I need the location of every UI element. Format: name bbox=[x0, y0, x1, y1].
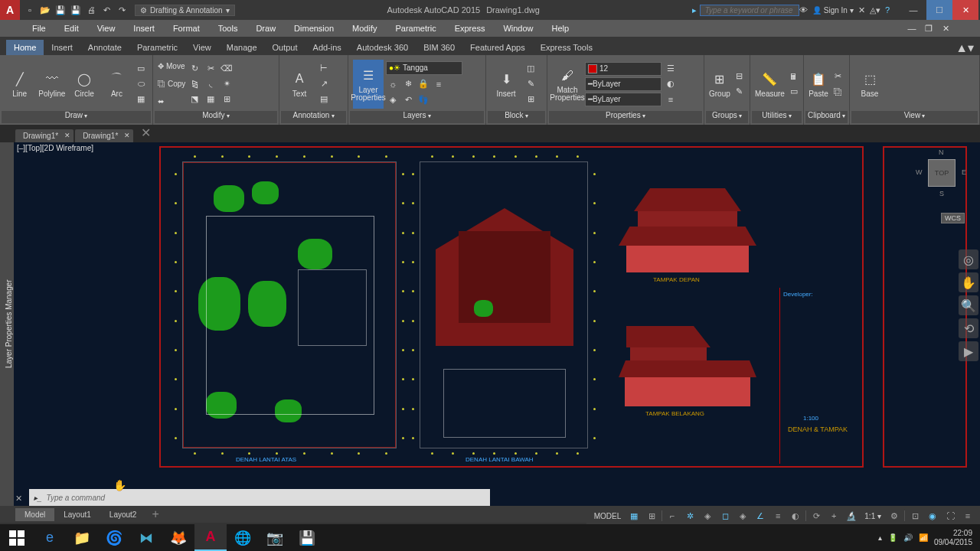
table-icon[interactable]: ▤ bbox=[317, 93, 331, 106]
dimension-icon[interactable]: ⊢ bbox=[317, 62, 331, 76]
move-button[interactable]: ✥Move bbox=[158, 59, 185, 74]
menu-draw[interactable]: Draw bbox=[247, 21, 285, 35]
color-dropdown[interactable]: 12 bbox=[585, 62, 662, 76]
erase-icon[interactable]: ⌫ bbox=[220, 62, 234, 76]
annomonitor-icon[interactable]: + bbox=[826, 509, 841, 523]
mirror-icon[interactable]: ⧎ bbox=[188, 77, 201, 91]
ortho-icon[interactable]: ⌐ bbox=[665, 509, 680, 523]
insert-block-button[interactable]: ⬇Insert bbox=[491, 60, 521, 109]
tab-parametric[interactable]: Parametric bbox=[129, 40, 185, 55]
layer-match-icon[interactable]: ≡ bbox=[432, 77, 446, 91]
ellipse-icon[interactable]: ⬭ bbox=[134, 77, 148, 91]
menu-modify[interactable]: Modify bbox=[343, 21, 386, 35]
hardware-icon[interactable]: ⊡ bbox=[907, 509, 923, 523]
network-icon[interactable]: 📶 bbox=[919, 533, 928, 542]
lineweight-icon[interactable]: ≡ bbox=[770, 509, 786, 523]
panel-annotation-label[interactable]: Annotation bbox=[281, 111, 346, 123]
doc-close-icon[interactable]: ✕ bbox=[939, 21, 952, 35]
scale-icon[interactable]: ⬔ bbox=[188, 93, 201, 106]
create-block-icon[interactable]: ◫ bbox=[524, 62, 537, 76]
grid-icon[interactable]: ▦ bbox=[626, 509, 642, 523]
menu-tools[interactable]: Tools bbox=[209, 21, 247, 35]
transparency-icon[interactable]: ◐ bbox=[788, 509, 803, 523]
ribbon-collapse-icon[interactable]: ▲▾ bbox=[949, 41, 980, 55]
arc-button[interactable]: ⌒Arc bbox=[102, 60, 132, 109]
menu-insert[interactable]: Insert bbox=[124, 21, 164, 35]
layer-manager-panel[interactable]: Layer Properties Manager bbox=[0, 142, 14, 506]
viewport-controls[interactable]: [–][Top][2D Wireframe] bbox=[17, 144, 93, 152]
open-icon[interactable]: 📂 bbox=[38, 3, 52, 17]
doc-minimize-icon[interactable]: — bbox=[905, 21, 919, 35]
panel-groups-label[interactable]: Groups bbox=[706, 111, 748, 123]
close-icon[interactable]: ✕ bbox=[124, 132, 130, 139]
start-button[interactable] bbox=[0, 524, 34, 551]
taskbar-explorer[interactable]: 📁 bbox=[66, 524, 98, 551]
customize-icon[interactable]: ≡ bbox=[960, 509, 975, 523]
zoom-icon[interactable]: 🔍 bbox=[959, 295, 978, 315]
tab-output[interactable]: Output bbox=[265, 40, 305, 55]
cycling-icon[interactable]: ⟳ bbox=[808, 509, 824, 523]
close-button[interactable]: ✕ bbox=[952, 0, 978, 20]
help-icon[interactable]: ? bbox=[885, 5, 890, 15]
attr-icon[interactable]: ⊞ bbox=[524, 93, 537, 106]
calc-icon[interactable]: 🖩 bbox=[787, 70, 801, 83]
taskbar-save[interactable]: 💾 bbox=[291, 524, 323, 551]
group-button[interactable]: ⊞Group bbox=[709, 60, 730, 109]
stretch-button[interactable]: ⬌ bbox=[158, 94, 185, 109]
scale-dropdown[interactable]: 1:1 ▾ bbox=[861, 512, 884, 520]
modelspace-toggle[interactable]: MODEL bbox=[591, 512, 625, 520]
layer-off-icon[interactable]: ☼ bbox=[386, 77, 400, 91]
panel-layers-label[interactable]: Layers bbox=[350, 111, 484, 123]
save-icon[interactable]: 💾 bbox=[54, 3, 67, 17]
search-input[interactable] bbox=[700, 5, 799, 16]
fillet-icon[interactable]: ◟ bbox=[204, 77, 217, 91]
undo-icon[interactable]: ↶ bbox=[100, 3, 113, 17]
annoscale-icon[interactable]: 🔬 bbox=[844, 509, 859, 523]
add-layout-button[interactable]: + bbox=[145, 505, 165, 523]
close-icon[interactable]: ✕ bbox=[64, 132, 70, 139]
menu-express[interactable]: Express bbox=[446, 21, 495, 35]
menu-file[interactable]: File bbox=[23, 21, 55, 35]
layer-freeze-icon[interactable]: ❄ bbox=[401, 77, 415, 91]
maximize-button[interactable]: ☐ bbox=[926, 0, 952, 20]
doc-restore-icon[interactable]: ❐ bbox=[922, 21, 936, 35]
layout-1[interactable]: Layout1 bbox=[54, 508, 100, 521]
system-tray[interactable]: ▴ 🔋 🔊 📶 22:09 09/04/2015 bbox=[871, 529, 980, 547]
taskbar-chrome[interactable]: 🌐 bbox=[227, 524, 259, 551]
rectangle-icon[interactable]: ▭ bbox=[134, 62, 148, 76]
panel-modify-label[interactable]: Modify bbox=[155, 111, 277, 123]
showmotion-icon[interactable]: ▶ bbox=[959, 341, 978, 361]
taskbar-ie[interactable]: e bbox=[34, 524, 66, 551]
menu-window[interactable]: Window bbox=[494, 21, 542, 35]
cleanscreen-icon[interactable]: ⛶ bbox=[942, 509, 958, 523]
cmd-close-icon[interactable]: ✕ bbox=[15, 494, 22, 504]
layer-properties-button[interactable]: ☰Layer Properties bbox=[353, 60, 384, 109]
polyline-button[interactable]: 〰Polyline bbox=[37, 60, 67, 109]
menu-dimension[interactable]: Dimension bbox=[285, 21, 343, 35]
ungroup-icon[interactable]: ⊟ bbox=[733, 70, 746, 83]
menu-edit[interactable]: Edit bbox=[55, 21, 88, 35]
tab-featured[interactable]: Featured Apps bbox=[462, 40, 533, 55]
panel-utilities-label[interactable]: Utilities bbox=[752, 111, 802, 123]
tab-home[interactable]: Home bbox=[6, 40, 44, 55]
group-edit-icon[interactable]: ✎ bbox=[733, 85, 746, 99]
cut-icon[interactable]: ✂ bbox=[831, 70, 844, 83]
tab-annotate[interactable]: Annotate bbox=[80, 40, 129, 55]
select-icon[interactable]: ▭ bbox=[787, 85, 801, 99]
layer-prev-icon[interactable]: ↶ bbox=[401, 93, 415, 107]
add-tab-button[interactable]: ✕ bbox=[135, 123, 157, 142]
lineweight-dropdown[interactable]: ━ ByLayer bbox=[585, 77, 662, 91]
viewport[interactable]: [–][Top][2D Wireframe] ✋ DENAH LANTAI bbox=[14, 142, 980, 506]
offset-icon[interactable]: ⊞ bbox=[220, 93, 234, 106]
layer-iso-icon[interactable]: ◈ bbox=[386, 93, 400, 107]
leader-icon[interactable]: ↗ bbox=[317, 77, 331, 91]
tray-up-icon[interactable]: ▴ bbox=[878, 533, 882, 542]
command-line[interactable]: ▸_ Type a command bbox=[29, 489, 490, 506]
redo-icon[interactable]: ↷ bbox=[115, 3, 129, 17]
pan-icon[interactable]: ✋ bbox=[959, 272, 978, 292]
tab-insert[interactable]: Insert bbox=[44, 40, 80, 55]
menu-format[interactable]: Format bbox=[164, 21, 209, 35]
transparency-icon[interactable]: ◐ bbox=[664, 77, 678, 91]
clock[interactable]: 22:09 09/04/2015 bbox=[934, 529, 972, 547]
3dosnap-icon[interactable]: ◈ bbox=[735, 509, 750, 523]
